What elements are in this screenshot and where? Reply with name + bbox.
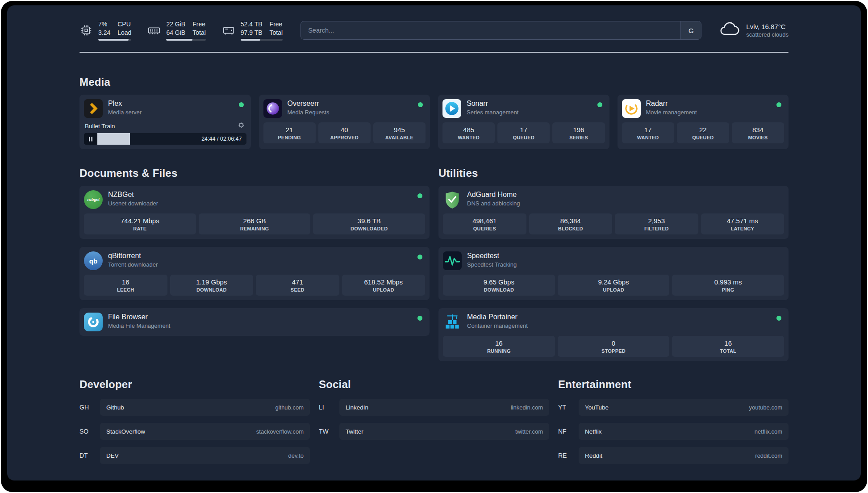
service-name-adguard: AdGuard Home <box>467 191 520 199</box>
stat-value: 47.571 ms <box>703 217 783 225</box>
stat-ping: 0.993 ms PING <box>672 275 784 296</box>
bookmark-abbr: TW <box>319 428 339 435</box>
service-card-filebrowser: File Browser Media File Management <box>79 308 430 336</box>
pause-button[interactable] <box>84 133 97 145</box>
plex-header[interactable]: Plex Media server <box>84 99 246 118</box>
service-name-filebrowser: File Browser <box>108 313 170 321</box>
bookmark-reddit[interactable]: RE Reddit reddit.com <box>558 447 789 464</box>
bookmark-abbr: LI <box>319 404 339 411</box>
bookmark-group-social: Social LI LinkedIn linkedin.com TW Twitt… <box>319 378 549 471</box>
status-dot-online <box>776 316 781 321</box>
stat-upload: 618.52 Mbps UPLOAD <box>342 275 426 296</box>
stat-filtered: 2,953 FILTERED <box>615 213 698 234</box>
service-card-overseerr: Overseerr Media Requests 21 PENDING 40 A… <box>259 95 430 149</box>
bookmark-pill[interactable]: Github github.com <box>100 399 310 416</box>
gear-icon[interactable] <box>238 122 245 130</box>
bookmark-pill[interactable]: Netflix netflix.com <box>579 423 789 440</box>
filebrowser-header[interactable]: File Browser Media File Management <box>84 313 425 331</box>
adguard-icon <box>443 190 462 209</box>
adguard-header[interactable]: AdGuard Home DNS and adblocking <box>443 190 784 209</box>
bookmark-name: StackOverflow <box>106 428 145 435</box>
service-desc-portainer: Container management <box>467 322 528 329</box>
service-desc-sonarr: Series management <box>467 109 518 116</box>
cloud-icon <box>719 21 740 39</box>
bookmark-domain: stackoverflow.com <box>256 428 304 435</box>
bookmark-name: Github <box>106 404 124 411</box>
disk-readout: 52.4 TB 97.9 TB Free Total <box>241 20 283 40</box>
bookmark-pill[interactable]: DEV dev.to <box>100 447 310 464</box>
stat-wanted: 485 WANTED <box>442 122 495 143</box>
bookmark-linkedin[interactable]: LI LinkedIn linkedin.com <box>319 399 549 416</box>
bookmark-youtube[interactable]: YT YouTube youtube.com <box>558 399 789 416</box>
disk-progress-track <box>241 39 283 41</box>
now-playing-title: Bullet Train <box>85 123 115 130</box>
status-dot-online <box>597 102 602 107</box>
stat-label: TOTAL <box>674 348 782 354</box>
status-dot-online <box>417 316 422 321</box>
stat-download: 9.65 Gbps DOWNLOAD <box>443 275 555 296</box>
stat-value: 16 <box>445 339 553 347</box>
bookmark-pill[interactable]: Reddit reddit.com <box>579 447 789 464</box>
bookmark-dev[interactable]: DT DEV dev.to <box>79 447 310 464</box>
service-name-overseerr: Overseerr <box>288 100 330 108</box>
radarr-header[interactable]: Radarr Movie management <box>622 99 785 118</box>
stat-series: 196 SERIES <box>552 122 605 143</box>
bookmark-pill[interactable]: YouTube youtube.com <box>579 399 789 416</box>
stat-approved: 40 APPROVED <box>318 122 371 143</box>
qbittorrent-icon-text: qb <box>89 257 97 265</box>
cpu-load-label: Load <box>117 29 131 37</box>
bookmark-pill[interactable]: LinkedIn linkedin.com <box>339 399 549 416</box>
stat-downloaded: 39.6 TB DOWNLOADED <box>313 213 425 234</box>
stat-label: WANTED <box>624 135 672 140</box>
playback-progress-fill <box>97 133 130 145</box>
bookmark-group-developer: Developer GH Github github.com SO StackO… <box>79 378 310 471</box>
bookmark-twitter[interactable]: TW Twitter twitter.com <box>319 423 549 440</box>
stat-value: 16 <box>674 339 782 347</box>
search-bar[interactable]: G <box>300 21 701 40</box>
stat-seed: 471 SEED <box>256 275 339 296</box>
memory-progress-track <box>166 39 205 41</box>
service-desc-overseerr: Media Requests <box>288 109 330 116</box>
service-name-speedtest: Speedtest <box>467 252 517 260</box>
bookmark-pill[interactable]: Twitter twitter.com <box>339 423 549 440</box>
stat-label: AVAILABLE <box>375 135 424 140</box>
bookmark-pill[interactable]: StackOverflow stackoverflow.com <box>100 423 310 440</box>
nzbget-header[interactable]: nzbget NZBGet Usenet downloader <box>84 190 425 209</box>
stat-value: 16 <box>86 278 166 286</box>
disk-progress-fill <box>241 39 260 41</box>
nzbget-icon-text: nzbget <box>87 197 99 202</box>
search-provider-button[interactable]: G <box>680 21 701 39</box>
stat-label: PENDING <box>265 135 314 140</box>
bookmark-stackoverflow[interactable]: SO StackOverflow stackoverflow.com <box>79 423 310 440</box>
status-dot-online <box>417 193 422 198</box>
plex-now-playing-widget: Bullet Train <box>84 121 246 145</box>
portainer-header[interactable]: Media Portainer Container management <box>443 313 784 331</box>
stat-upload: 9.24 Gbps UPLOAD <box>558 275 670 296</box>
playback-bar[interactable]: 24:44 / 02:06:47 <box>84 133 246 145</box>
stat-label: STOPPED <box>559 348 668 354</box>
service-card-speedtest: Speedtest Speedtest Tracking 9.65 Gbps D… <box>438 247 789 300</box>
speedtest-header[interactable]: Speedtest Speedtest Tracking <box>443 251 784 270</box>
bookmark-github[interactable]: GH Github github.com <box>79 399 310 416</box>
stat-value: 17 <box>499 126 548 134</box>
stat-label: LATENCY <box>703 226 783 231</box>
weather-condition: scattered clouds <box>746 31 789 38</box>
service-card-sonarr: Sonarr Series management 485 WANTED 17 Q… <box>438 95 609 149</box>
stat-label: PING <box>674 287 782 292</box>
stat-value: 2,953 <box>617 217 697 225</box>
window-frame: 7% 3.24 CPU Load <box>1 1 867 492</box>
overseerr-icon <box>263 99 282 118</box>
radarr-icon <box>622 99 641 118</box>
qbittorrent-header[interactable]: qb qBittorrent Torrent downloader <box>84 251 425 270</box>
overseerr-header[interactable]: Overseerr Media Requests <box>263 99 426 118</box>
stat-queries: 498,461 QUERIES <box>443 213 526 234</box>
topbar-divider <box>79 52 789 53</box>
sonarr-header[interactable]: Sonarr Series management <box>442 99 605 118</box>
bookmark-netflix[interactable]: NF Netflix netflix.com <box>558 423 789 440</box>
search-input[interactable] <box>301 21 680 39</box>
bookmark-abbr: YT <box>558 404 579 411</box>
topbar: 7% 3.24 CPU Load <box>79 18 789 43</box>
bookmark-abbr: RE <box>558 452 579 459</box>
stat-value: 744.21 Mbps <box>86 217 194 225</box>
weather-location: Lviv, 16.87°C <box>746 23 789 30</box>
